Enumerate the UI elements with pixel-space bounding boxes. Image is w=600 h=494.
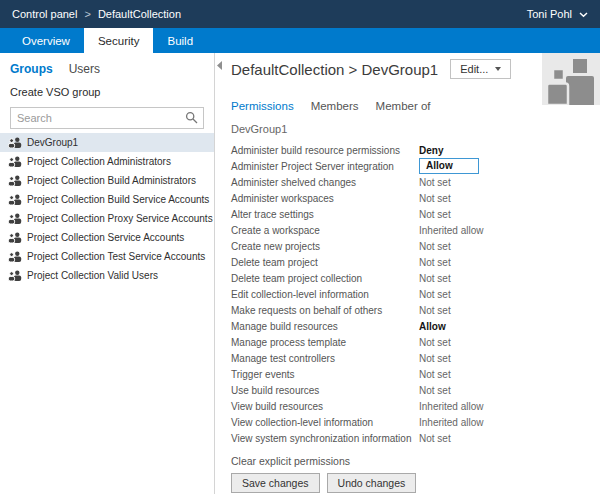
permission-row: Create new projectsNot set <box>231 238 586 254</box>
main-tabs: PermissionsMembersMember of <box>231 100 586 112</box>
tab-permissions[interactable]: Permissions <box>231 100 294 112</box>
breadcrumb-control-panel[interactable]: Control panel <box>12 8 77 20</box>
main-panel: DefaultCollection > DevGroup1 Edit... Pe… <box>215 53 600 494</box>
permission-value[interactable]: Not set <box>419 305 451 316</box>
permission-name: Create a workspace <box>231 225 419 236</box>
action-buttons: Save changesUndo changes <box>231 473 586 493</box>
group-list: DevGroup1Project Collection Administrato… <box>0 133 214 285</box>
search-input[interactable] <box>10 107 204 129</box>
permission-value[interactable]: Not set <box>419 209 451 220</box>
undo-changes-button[interactable]: Undo changes <box>327 473 417 493</box>
permission-row: Use build resourcesNot set <box>231 382 586 398</box>
group-name-label: Project Collection Administrators <box>27 156 171 167</box>
user-menu[interactable]: Toni Pohl <box>527 8 588 20</box>
permission-name: Make requests on behalf of others <box>231 305 419 316</box>
permission-name: View system synchronization information <box>231 433 419 444</box>
permission-value[interactable]: Not set <box>419 177 451 188</box>
permission-name: View build resources <box>231 401 419 412</box>
permission-name: Administer Project Server integration <box>231 161 419 172</box>
permission-row: View collection-level informationInherit… <box>231 414 586 430</box>
group-name-label: DevGroup1 <box>27 137 78 148</box>
content-body: GroupsUsers Create VSO group DevGroup1Pr… <box>0 53 600 494</box>
group-icon <box>8 175 22 186</box>
group-name-label: Project Collection Service Accounts <box>27 232 184 243</box>
permission-value[interactable]: Not set <box>419 369 451 380</box>
sidebar-tab-groups[interactable]: Groups <box>10 62 53 76</box>
group-icon <box>8 213 22 224</box>
sidebar: GroupsUsers Create VSO group DevGroup1Pr… <box>0 53 215 494</box>
group-list-item[interactable]: Project Collection Build Service Account… <box>0 190 214 209</box>
permission-row: Administer shelved changesNot set <box>231 174 586 190</box>
group-name-label: Project Collection Test Service Accounts <box>27 251 205 262</box>
create-vso-group-link[interactable]: Create VSO group <box>10 86 101 98</box>
permission-row: Manage process templateNot set <box>231 334 586 350</box>
group-icon <box>8 194 22 205</box>
permission-value[interactable]: Not set <box>419 193 451 204</box>
permission-value[interactable]: Allow <box>419 158 479 174</box>
breadcrumb-collection[interactable]: DefaultCollection <box>98 8 181 20</box>
permission-row: Alter trace settingsNot set <box>231 206 586 222</box>
group-icon <box>8 232 22 243</box>
permission-value[interactable]: Not set <box>419 337 451 348</box>
permission-name: Manage test controllers <box>231 353 419 364</box>
group-list-item[interactable]: Project Collection Proxy Service Account… <box>0 209 214 228</box>
group-list-item[interactable]: DevGroup1 <box>0 133 214 152</box>
permission-name: Administer build resource permissions <box>231 145 419 156</box>
permission-value[interactable]: Inherited allow <box>419 225 483 236</box>
permission-row: Manage build resourcesAllow <box>231 318 586 334</box>
hub-tab-overview[interactable]: Overview <box>8 28 84 53</box>
permission-row: Create a workspaceInherited allow <box>231 222 586 238</box>
permission-list: Administer build resource permissionsDen… <box>231 142 586 446</box>
sidebar-tab-users[interactable]: Users <box>69 62 100 76</box>
breadcrumb-separator: > <box>84 8 90 20</box>
permission-row: Manage test controllersNot set <box>231 350 586 366</box>
group-name-label: Project Collection Valid Users <box>27 270 158 281</box>
permission-row: Administer workspacesNot set <box>231 190 586 206</box>
group-list-item[interactable]: Project Collection Administrators <box>0 152 214 171</box>
selected-group-name: DevGroup1 <box>231 123 586 135</box>
search-icon[interactable] <box>185 111 199 125</box>
collapse-sidebar-icon[interactable] <box>217 61 222 70</box>
hub-tab-build[interactable]: Build <box>153 28 207 53</box>
edit-button-label: Edit... <box>460 63 488 75</box>
topbar: Control panel > DefaultCollection Toni P… <box>0 0 600 28</box>
permission-name: Use build resources <box>231 385 419 396</box>
permission-row: View build resourcesInherited allow <box>231 398 586 414</box>
save-changes-button[interactable]: Save changes <box>231 473 320 493</box>
permission-value[interactable]: Not set <box>419 241 451 252</box>
group-list-item[interactable]: Project Collection Service Accounts <box>0 228 214 247</box>
permission-value[interactable]: Not set <box>419 289 451 300</box>
permission-value[interactable]: Not set <box>419 385 451 396</box>
permission-value[interactable]: Allow <box>419 321 446 332</box>
breadcrumb: Control panel > DefaultCollection <box>12 8 181 20</box>
group-name-label: Project Collection Build Service Account… <box>27 194 209 205</box>
group-list-item[interactable]: Project Collection Test Service Accounts <box>0 247 214 266</box>
edit-button[interactable]: Edit... <box>450 59 511 79</box>
app-window: Control panel > DefaultCollection Toni P… <box>0 0 600 494</box>
permission-row: Administer build resource permissionsDen… <box>231 142 586 158</box>
tab-member-of[interactable]: Member of <box>376 100 431 112</box>
permission-name: Delete team project collection <box>231 273 419 284</box>
permission-value[interactable]: Not set <box>419 433 451 444</box>
permission-name: Alter trace settings <box>231 209 419 220</box>
permission-row: Administer Project Server integrationAll… <box>231 158 586 174</box>
clear-explicit-permissions-link[interactable]: Clear explicit permissions <box>231 455 586 467</box>
tab-members[interactable]: Members <box>311 100 359 112</box>
chevron-down-icon <box>579 12 588 18</box>
permission-value[interactable]: Not set <box>419 353 451 364</box>
permission-value[interactable]: Not set <box>419 273 451 284</box>
permission-value[interactable]: Deny <box>419 145 443 156</box>
caret-down-icon <box>495 67 501 71</box>
permission-row: Delete team projectNot set <box>231 254 586 270</box>
group-list-item[interactable]: Project Collection Valid Users <box>0 266 214 285</box>
hub-tab-security[interactable]: Security <box>84 28 154 53</box>
permission-name: Delete team project <box>231 257 419 268</box>
permission-name: Manage process template <box>231 337 419 348</box>
permission-name: Administer workspaces <box>231 193 419 204</box>
permission-value[interactable]: Inherited allow <box>419 401 483 412</box>
permission-value[interactable]: Not set <box>419 257 451 268</box>
sidebar-tabs: GroupsUsers <box>0 53 214 76</box>
permission-value[interactable]: Inherited allow <box>419 417 483 428</box>
group-list-item[interactable]: Project Collection Build Administrators <box>0 171 214 190</box>
user-name: Toni Pohl <box>527 8 572 20</box>
